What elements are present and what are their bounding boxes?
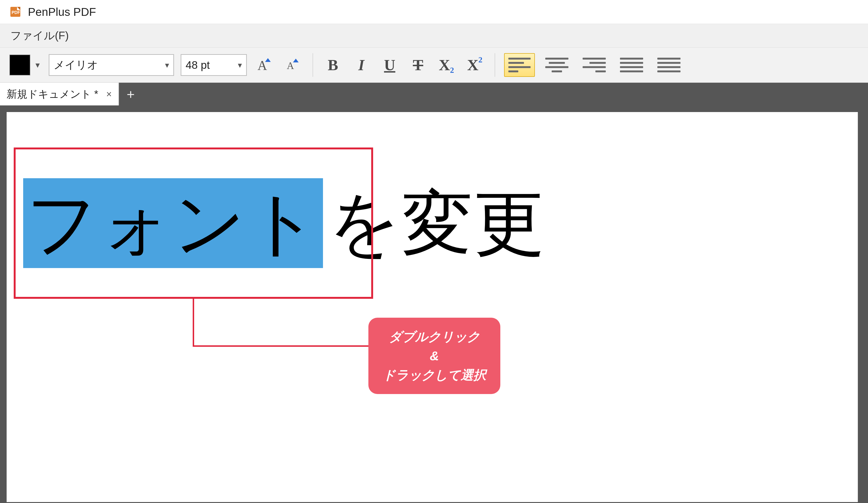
font-size-value: 48 pt: [186, 59, 210, 71]
titlebar: PDF PenPlus PDF: [0, 0, 868, 24]
align-right-button[interactable]: [579, 53, 610, 77]
toolbar-separator: [313, 53, 313, 77]
color-picker-group: ▾: [9, 55, 42, 75]
callout-line-2: &: [383, 346, 486, 365]
superscript-sup: 2: [478, 55, 482, 64]
svg-text:A: A: [287, 60, 294, 71]
selected-text[interactable]: フォント: [23, 178, 323, 268]
strikethrough-button[interactable]: T: [407, 54, 429, 76]
new-tab-button[interactable]: +: [119, 83, 143, 105]
svg-text:PDF: PDF: [12, 10, 20, 15]
svg-text:A: A: [258, 58, 267, 73]
app-window: PDF PenPlus PDF ファイル(F) ▾ メイリオ ▾ 48 pt ▾…: [0, 0, 868, 503]
font-family-combo[interactable]: メイリオ ▾: [49, 54, 174, 76]
callout-line-1: ダブルクリック: [383, 327, 486, 346]
font-size-combo[interactable]: 48 pt ▾: [180, 54, 247, 76]
tab-label: 新規ドキュメント *: [7, 87, 98, 101]
underline-button[interactable]: U: [379, 54, 401, 76]
chevron-down-icon: ▾: [165, 60, 169, 70]
decrease-font-size-button[interactable]: A: [282, 54, 303, 76]
document-tabstrip: 新規ドキュメント * × +: [0, 83, 868, 105]
bold-button[interactable]: B: [322, 54, 344, 76]
superscript-base: X: [467, 56, 478, 74]
canvas-area: フォントを変更 ダブルクリック & ドラックして選択: [0, 105, 868, 503]
tab-close-icon[interactable]: ×: [106, 89, 112, 99]
strike-label: T: [413, 56, 423, 74]
color-dropdown-caret-icon[interactable]: ▾: [33, 60, 42, 70]
text-box[interactable]: フォントを変更: [19, 157, 631, 289]
document-page[interactable]: フォントを変更 ダブルクリック & ドラックして選択: [7, 112, 858, 502]
subscript-sub: 2: [450, 66, 454, 75]
menubar: ファイル(F): [0, 24, 868, 47]
document-tab-active[interactable]: 新規ドキュメント * ×: [0, 83, 119, 105]
app-title: PenPlus PDF: [28, 6, 96, 19]
bold-label: B: [328, 56, 338, 74]
superscript-button[interactable]: X2: [464, 54, 486, 76]
formatting-toolbar: ▾ メイリオ ▾ 48 pt ▾ A A B I: [0, 47, 868, 83]
underline-label: U: [384, 56, 395, 74]
plus-icon: +: [127, 86, 135, 102]
chevron-down-icon: ▾: [238, 60, 242, 70]
callout-line-3: ドラックして選択: [383, 365, 486, 385]
align-distribute-button[interactable]: [653, 53, 684, 77]
unselected-text[interactable]: を変更: [328, 188, 546, 259]
subscript-base: X: [439, 56, 450, 74]
subscript-button[interactable]: X2: [435, 54, 457, 76]
italic-label: I: [358, 56, 364, 74]
menu-file[interactable]: ファイル(F): [7, 27, 72, 45]
pdf-app-icon: PDF: [9, 6, 21, 18]
italic-button[interactable]: I: [350, 54, 372, 76]
align-left-button[interactable]: [504, 53, 535, 77]
annotation-callout: ダブルクリック & ドラックして選択: [369, 318, 500, 394]
align-center-button[interactable]: [541, 53, 572, 77]
toolbar-separator: [495, 53, 495, 77]
increase-font-size-button[interactable]: A: [254, 54, 275, 76]
align-justify-button[interactable]: [616, 53, 647, 77]
font-family-value: メイリオ: [54, 58, 98, 72]
text-color-swatch[interactable]: [9, 55, 30, 75]
text-caret: [323, 172, 328, 274]
